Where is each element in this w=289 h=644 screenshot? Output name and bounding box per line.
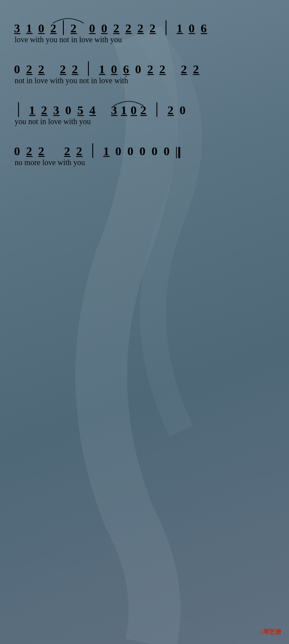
music-section-1: 3 1 0 2 │ 2 0 0 2 2 2 — [13, 13, 276, 44]
note-0-f: 0 — [110, 63, 119, 76]
note-2-g: 2 — [59, 63, 67, 76]
note-0-l: 0 — [114, 144, 123, 158]
note-0-b: 0 — [88, 22, 97, 35]
note-0-d: 0 — [188, 22, 196, 35]
note-2-r: 2 — [63, 144, 72, 158]
note-2-a: 2 — [112, 22, 121, 35]
note-1-f: 1 — [102, 144, 111, 158]
note-2-i: 2 — [146, 63, 155, 76]
slur-group-2: 3 1 0 2 — [110, 103, 148, 117]
note-6-dot: 6 · — [122, 63, 131, 76]
note-1-e: 1 — [120, 103, 129, 117]
note-2-c: 2 — [136, 22, 145, 35]
note-2-j: 2 — [158, 63, 167, 76]
barline-6: │ — [88, 144, 97, 158]
lyrics-4: no more love with you — [13, 158, 276, 167]
note-2-e: 2 — [25, 63, 34, 76]
note-0-o: 0 — [151, 144, 159, 158]
note-0-k: 0 — [13, 144, 22, 158]
note-2-o: 2 — [166, 103, 175, 117]
note-0-m: 0 — [126, 144, 135, 158]
note-2-f: 2 — [37, 63, 46, 76]
notation-row-2: 0 2 2 2 2 │ 1 0 6 · 0 2 2 — [13, 54, 276, 76]
note-2-m: 2 — [40, 103, 49, 117]
barline-4: │ — [14, 103, 23, 117]
notation-row-4: 0 2 2 2 2 │ 1 0 0 0 0 0 — [13, 136, 276, 158]
music-section-4: 0 2 2 2 2 │ 1 0 0 0 0 0 — [13, 136, 276, 167]
note-2-k: 2 — [180, 63, 188, 76]
note-6: 6 — [200, 22, 208, 35]
note-2-b: 2 — [124, 22, 133, 35]
note-2-slur2: 2 — [69, 22, 78, 35]
lyrics-2: not in love with you not in love with — [13, 76, 276, 85]
note-0-n: 0 — [138, 144, 147, 158]
note-1-d: 1 — [28, 103, 37, 117]
lyrics-3: you not in love with you — [13, 117, 276, 126]
barline-5: │ — [153, 103, 162, 117]
note-2-q: 2 — [37, 144, 46, 158]
note-1: 1 — [25, 22, 34, 35]
lyrics-1: love with you not in love with you — [13, 35, 276, 44]
music-section-3: │ 1 2 3 0 5 4 3 1 0 — [13, 95, 276, 126]
note-0-e: 0 — [13, 63, 22, 76]
note-2-h: 2 — [71, 63, 79, 76]
note-2-p: 2 — [25, 144, 34, 158]
note-0-a: 0 — [37, 22, 46, 35]
note-0-h: 0 — [64, 103, 73, 117]
note-2-l: 2 — [192, 63, 201, 76]
note-2-slur1: 2 — [49, 22, 58, 35]
slur-group-1: 2 │ 2 — [49, 21, 88, 35]
note-0-c: 0 — [100, 22, 109, 35]
note-2-d: 2 — [148, 22, 157, 35]
barline-3: │ — [84, 62, 93, 76]
note-3-b: 3 — [52, 103, 61, 117]
note-0-j: 0 — [179, 103, 187, 117]
note-2-s: 2 — [75, 144, 84, 158]
note-1-c: 1 — [98, 63, 107, 76]
note-1-b: 1 — [176, 22, 184, 35]
notation-row-3: │ 1 2 3 0 5 4 3 1 0 — [13, 95, 276, 117]
note-3: 3 — [13, 22, 22, 35]
note-5: 5 — [76, 103, 85, 117]
note-0-i: 0 — [129, 103, 138, 117]
note-0-p: 0 — [163, 144, 171, 158]
music-section-2: 0 2 2 2 2 │ 1 0 6 · 0 2 2 — [13, 54, 276, 85]
note-4: 4 — [88, 103, 97, 117]
barline-2: │ — [162, 21, 171, 35]
note-2-n: 2 — [139, 103, 148, 117]
double-barline-end — [176, 147, 180, 158]
note-3-c: 3 — [110, 103, 119, 117]
barline-1: │ — [59, 21, 68, 35]
notation-row-1: 3 1 0 2 │ 2 0 0 2 2 2 — [13, 13, 276, 35]
note-0-g: 0 — [134, 63, 143, 76]
logo: ⌂琴艺谱 — [260, 628, 281, 636]
